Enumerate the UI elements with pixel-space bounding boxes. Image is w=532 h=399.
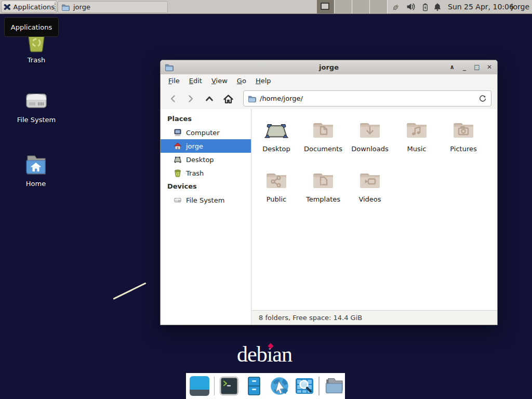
sidebar-item-label: jorge <box>186 142 203 150</box>
desktop-icon-home[interactable]: Home <box>12 152 60 188</box>
workspace-1[interactable] <box>317 0 335 14</box>
sidebar-item-file-system[interactable]: File System <box>161 193 251 207</box>
file-item-public[interactable]: Public <box>253 168 300 218</box>
sidebar-item-computer[interactable]: Computer <box>161 126 251 139</box>
battery-charging-icon[interactable] <box>421 2 430 12</box>
file-manager-window: jorge ∧ _ □ ✕ File Edit View Go Help <box>160 60 498 325</box>
taskbar-window-button[interactable]: jorge <box>58 1 168 13</box>
app-finder-icon <box>294 376 315 396</box>
desktop-root: Applications jorge <box>0 0 532 399</box>
menu-file[interactable]: File <box>164 74 184 88</box>
workspace-4[interactable] <box>370 0 388 14</box>
dock-separator <box>318 377 320 395</box>
shade-button[interactable]: ∧ <box>448 60 456 74</box>
folder-icon <box>61 3 70 11</box>
file-item-label: Public <box>267 195 286 203</box>
power-plug-icon[interactable] <box>391 2 402 12</box>
public-folder-icon <box>264 168 289 193</box>
menu-view[interactable]: View <box>207 74 232 88</box>
workspace-3[interactable] <box>352 0 370 14</box>
debian-wallpaper-logo: debian <box>237 342 292 367</box>
taskbar-window-label: jorge <box>73 3 90 11</box>
web-browser-launcher[interactable] <box>268 375 290 397</box>
maximize-button[interactable]: □ <box>473 60 481 74</box>
desktop-icon-file-system[interactable]: File System <box>12 88 60 124</box>
menu-edit[interactable]: Edit <box>184 74 207 88</box>
path-folder-icon <box>248 95 256 103</box>
file-item-templates[interactable]: Templates <box>300 168 347 218</box>
applications-menu-label: Applications <box>14 3 55 11</box>
directory-menu-icon <box>323 376 345 396</box>
show-desktop-icon <box>190 376 209 396</box>
home-button[interactable] <box>221 91 235 106</box>
terminal-launcher[interactable] <box>218 375 240 397</box>
path-input[interactable]: /home/jorge/ <box>260 95 475 102</box>
file-item-label: Desktop <box>262 145 290 153</box>
stray-desktop-line <box>113 282 146 299</box>
terminal-icon <box>219 376 240 396</box>
file-item-label: Pictures <box>450 145 476 153</box>
volume-icon[interactable] <box>406 2 416 11</box>
home-folder-icon <box>23 152 49 177</box>
applications-tooltip: Applications <box>4 17 59 37</box>
file-item-label: Documents <box>304 145 342 153</box>
forward-button[interactable] <box>183 91 198 106</box>
sidebar-item-label: Trash <box>186 169 204 177</box>
drive-icon <box>24 88 49 113</box>
user-home-icon <box>174 142 182 150</box>
file-item-desktop[interactable]: Desktop <box>253 117 300 168</box>
up-button[interactable] <box>202 91 217 106</box>
close-button[interactable]: ✕ <box>486 60 493 74</box>
file-item-label: Downloads <box>351 145 388 153</box>
statusbar-text: 8 folders, Free space: 14.4 GiB <box>259 314 362 322</box>
file-item-music[interactable]: Music <box>393 117 440 168</box>
app-finder-launcher[interactable] <box>294 375 316 397</box>
tooltip-text: Applications <box>11 23 52 31</box>
web-browser-icon <box>269 375 290 397</box>
file-item-documents[interactable]: Documents <box>300 117 347 168</box>
sidebar-item-desktop[interactable]: Desktop <box>161 153 251 166</box>
dock-panel <box>186 373 345 399</box>
file-item-downloads[interactable]: Downloads <box>347 117 393 168</box>
workspace-2[interactable] <box>335 0 352 14</box>
reload-icon[interactable] <box>478 95 487 103</box>
window-titlebar[interactable]: jorge ∧ _ □ ✕ <box>161 60 497 75</box>
desktop-icon <box>174 155 182 164</box>
file-item-label: Videos <box>358 195 381 203</box>
file-manager-icon <box>244 376 264 396</box>
up-icon <box>204 94 215 104</box>
xfce-logo-icon <box>4 3 11 11</box>
path-bar[interactable]: /home/jorge/ <box>243 90 491 107</box>
menu-help[interactable]: Help <box>251 74 276 88</box>
directory-menu-button[interactable] <box>323 375 345 397</box>
minimize-button[interactable]: _ <box>461 60 468 74</box>
statusbar: 8 folders, Free space: 14.4 GiB <box>252 310 497 325</box>
computer-icon <box>174 128 182 137</box>
menu-go[interactable]: Go <box>232 74 251 88</box>
sidebar-item-trash[interactable]: Trash <box>161 166 251 180</box>
pictures-folder-icon <box>451 117 476 142</box>
panel-clock[interactable]: Sun 25 Apr, 10:06 <box>448 0 514 14</box>
file-manager-launcher[interactable] <box>243 375 265 397</box>
music-folder-icon <box>404 117 429 142</box>
file-item-label: Templates <box>306 195 340 203</box>
file-item-videos[interactable]: Videos <box>347 168 393 218</box>
notifications-bell-icon[interactable] <box>433 2 442 12</box>
workspace-window-thumb <box>321 3 329 10</box>
desktop-icon-label: Trash <box>28 56 45 64</box>
back-button[interactable] <box>166 91 180 106</box>
sidebar-header-devices: Devices <box>161 180 251 193</box>
desktop-icon-label: File System <box>17 116 56 124</box>
home-icon <box>223 94 234 104</box>
sidebar-item-jorge[interactable]: jorge <box>161 139 251 153</box>
documents-folder-icon <box>311 117 336 142</box>
sidebar-header-places: Places <box>161 112 251 126</box>
sidebar: Places Computer jorge <box>161 109 251 325</box>
applications-menu-button[interactable]: Applications <box>1 1 57 13</box>
drive-icon <box>174 196 182 204</box>
forward-icon <box>185 94 196 104</box>
sidebar-item-label: Desktop <box>186 156 214 164</box>
panel-user-label[interactable]: jorge <box>511 0 529 14</box>
file-item-pictures[interactable]: Pictures <box>440 117 487 168</box>
show-desktop-button[interactable] <box>189 375 211 397</box>
